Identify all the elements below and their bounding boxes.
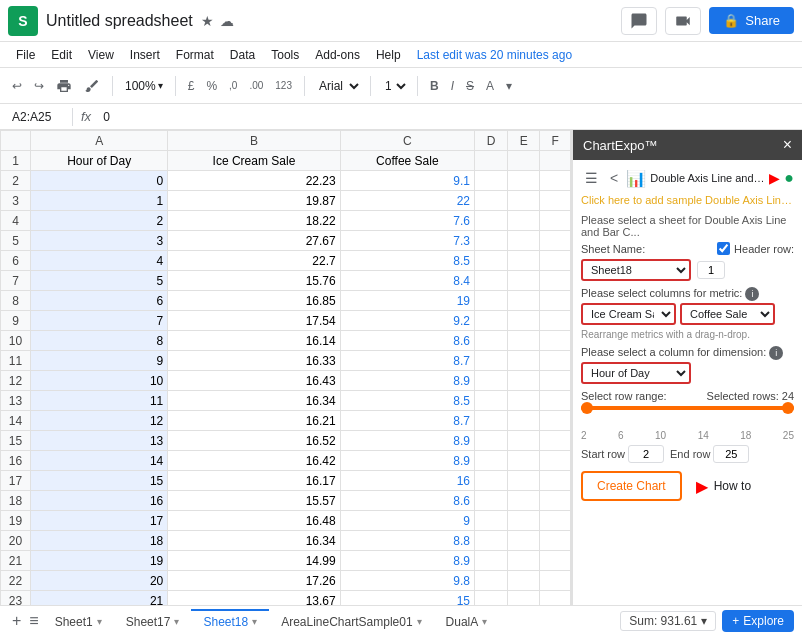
format-num-button[interactable]: 123 (271, 78, 296, 93)
how-to-text[interactable]: How to (714, 479, 751, 493)
table-cell[interactable]: 16 (340, 471, 474, 491)
format-paint-button[interactable] (80, 76, 104, 96)
add-sheet-button[interactable]: + (8, 610, 25, 632)
table-cell[interactable]: 15 (31, 471, 168, 491)
more-text-button[interactable]: A (482, 77, 498, 95)
table-cell[interactable]: 22 (340, 191, 474, 211)
table-cell[interactable]: 8.5 (340, 251, 474, 271)
panel-chevron-button[interactable]: < (606, 168, 622, 188)
table-cell[interactable]: 9.2 (340, 311, 474, 331)
star-icon[interactable]: ★ (201, 13, 214, 29)
header-row-input[interactable] (697, 261, 725, 279)
share-button[interactable]: 🔒 Share (709, 7, 794, 34)
percent-button[interactable]: % (202, 77, 221, 95)
table-cell[interactable]: 4 (31, 251, 168, 271)
table-cell[interactable]: Coffee Sale (340, 151, 474, 171)
table-cell[interactable]: 17.54 (168, 311, 340, 331)
table-cell[interactable]: 16.34 (168, 531, 340, 551)
table-cell[interactable]: 7.6 (340, 211, 474, 231)
table-cell[interactable]: 2 (31, 211, 168, 231)
green-circle-icon[interactable]: ● (784, 169, 794, 187)
explore-button[interactable]: + Explore (722, 610, 794, 632)
table-cell[interactable]: 8.9 (340, 551, 474, 571)
table-cell[interactable]: 13 (31, 431, 168, 451)
table-cell[interactable]: 19 (340, 291, 474, 311)
font-size-select[interactable]: 10 (379, 76, 409, 96)
yt-red-icon[interactable]: ▶ (769, 170, 780, 186)
header-row-checkbox[interactable] (717, 242, 730, 255)
print-button[interactable] (52, 76, 76, 96)
zoom-control[interactable]: 100% ▾ (121, 77, 167, 95)
table-cell[interactable]: 18.22 (168, 211, 340, 231)
table-cell[interactable]: 7 (31, 311, 168, 331)
table-cell[interactable]: 16.17 (168, 471, 340, 491)
menu-edit[interactable]: Edit (43, 46, 80, 64)
table-cell[interactable]: 12 (31, 411, 168, 431)
cell-reference-input[interactable]: A2:A25 (8, 110, 68, 124)
table-cell[interactable]: 5 (31, 271, 168, 291)
table-cell[interactable]: Ice Cream Sale (168, 151, 340, 171)
sheet-select[interactable]: Sheet18 Sheet1 Sheet17 AreaLineChartSamp… (581, 259, 691, 281)
table-cell[interactable]: 13.67 (168, 591, 340, 606)
table-cell[interactable]: 9.1 (340, 171, 474, 191)
table-cell[interactable]: 16.52 (168, 431, 340, 451)
table-cell[interactable]: 21 (31, 591, 168, 606)
sheet-tab-duala[interactable]: DualA ▾ (434, 609, 500, 633)
table-cell[interactable]: 1 (31, 191, 168, 211)
table-cell[interactable]: 8.9 (340, 431, 474, 451)
cell-value-input[interactable]: 0 (99, 110, 794, 124)
table-cell[interactable]: 15 (340, 591, 474, 606)
sheet-tab-sheet1[interactable]: Sheet1 ▾ (43, 609, 114, 633)
menu-format[interactable]: Format (168, 46, 222, 64)
table-cell[interactable]: 3 (31, 231, 168, 251)
table-cell[interactable]: 9.8 (340, 571, 474, 591)
redo-button[interactable]: ↪ (30, 77, 48, 95)
sheet-tab-arealine[interactable]: AreaLineChartSample01 ▾ (269, 609, 433, 633)
comma-button[interactable]: ,0 (225, 78, 241, 93)
comment-button[interactable] (621, 7, 657, 35)
table-cell[interactable]: 22.23 (168, 171, 340, 191)
table-cell[interactable]: 18 (31, 531, 168, 551)
menu-data[interactable]: Data (222, 46, 263, 64)
table-cell[interactable]: 16 (31, 491, 168, 511)
cloud-icon[interactable]: ☁ (220, 13, 234, 29)
table-cell[interactable]: 8.9 (340, 451, 474, 471)
start-range-slider[interactable] (581, 406, 794, 410)
panel-back-button[interactable]: ☰ (581, 168, 602, 188)
table-cell[interactable]: 14.99 (168, 551, 340, 571)
menu-tools[interactable]: Tools (263, 46, 307, 64)
bold-button[interactable]: B (426, 77, 443, 95)
strikethrough-button[interactable]: S (462, 77, 478, 95)
menu-addons[interactable]: Add-ons (307, 46, 368, 64)
table-cell[interactable]: 16.33 (168, 351, 340, 371)
table-cell[interactable]: 22.7 (168, 251, 340, 271)
table-cell[interactable]: 0 (31, 171, 168, 191)
table-cell[interactable]: 11 (31, 391, 168, 411)
metric2-select[interactable]: Coffee Sale Ice Cream Sale Hour of Day (680, 303, 775, 325)
table-cell[interactable]: 8.7 (340, 411, 474, 431)
menu-insert[interactable]: Insert (122, 46, 168, 64)
table-cell[interactable]: 27.67 (168, 231, 340, 251)
menu-view[interactable]: View (80, 46, 122, 64)
decimal-button[interactable]: .00 (245, 78, 267, 93)
metric1-select[interactable]: Ice Cream Sale Coffee Sale Hour of Day (581, 303, 676, 325)
sample-data-link[interactable]: Click here to add sample Double Axis Lin… (581, 194, 794, 206)
table-cell[interactable]: 17 (31, 511, 168, 531)
table-cell[interactable]: 10 (31, 371, 168, 391)
table-cell[interactable]: 16.42 (168, 451, 340, 471)
table-cell[interactable]: 16.34 (168, 391, 340, 411)
start-row-input[interactable] (628, 445, 664, 463)
table-cell[interactable]: 19.87 (168, 191, 340, 211)
table-cell[interactable]: 6 (31, 291, 168, 311)
italic-button[interactable]: I (447, 77, 458, 95)
table-cell[interactable]: 15.57 (168, 491, 340, 511)
sheet-tab-sheet17[interactable]: Sheet17 ▾ (114, 609, 192, 633)
table-cell[interactable]: 9 (340, 511, 474, 531)
table-cell[interactable]: 16.21 (168, 411, 340, 431)
sheet-tab-sheet18[interactable]: Sheet18 ▾ (191, 609, 269, 633)
table-cell[interactable]: 19 (31, 551, 168, 571)
sum-display[interactable]: Sum: 931.61 ▾ (620, 611, 716, 631)
panel-close-button[interactable]: × (783, 136, 792, 154)
table-cell[interactable]: 8.8 (340, 531, 474, 551)
expand-toolbar-button[interactable]: ▾ (502, 77, 516, 95)
